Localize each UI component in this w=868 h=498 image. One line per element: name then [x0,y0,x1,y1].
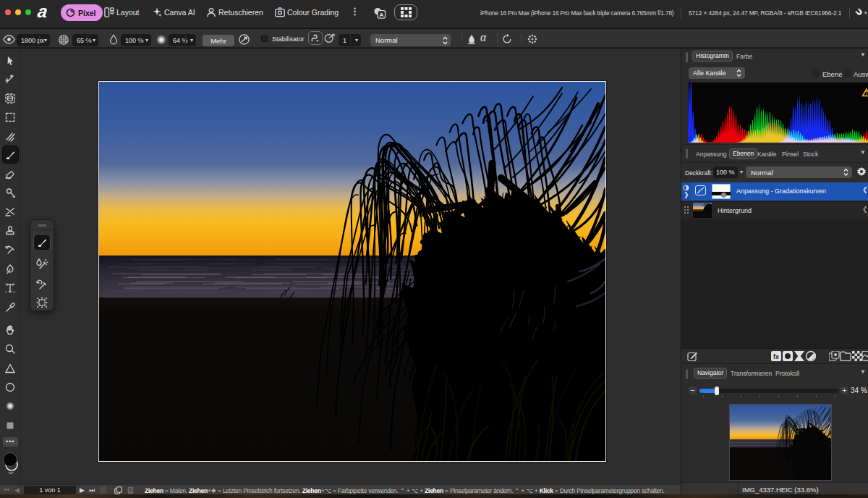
svg-text:fx: fx [773,353,779,360]
svg-text:A: A [379,12,383,18]
